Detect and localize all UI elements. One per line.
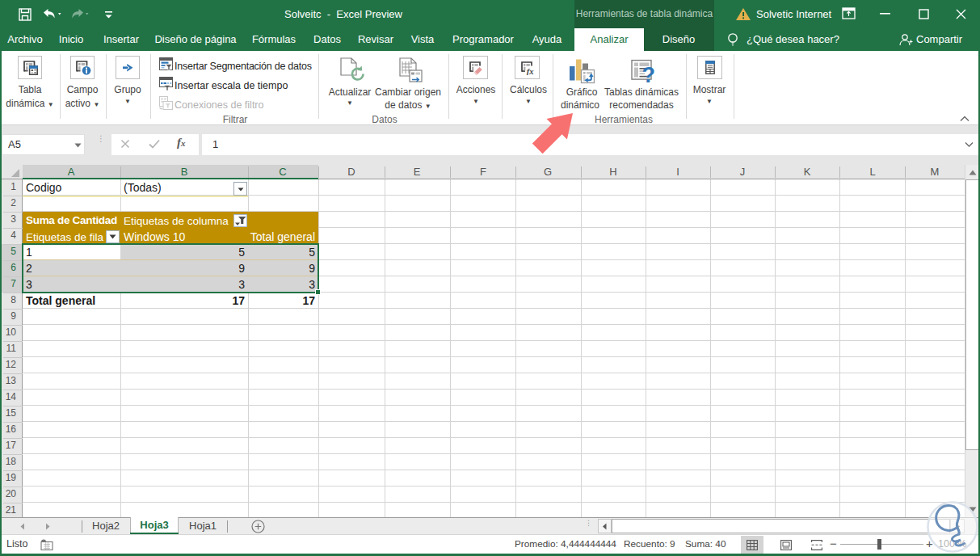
svg-text:fx: fx <box>527 67 534 76</box>
svg-text:?: ? <box>642 63 656 85</box>
